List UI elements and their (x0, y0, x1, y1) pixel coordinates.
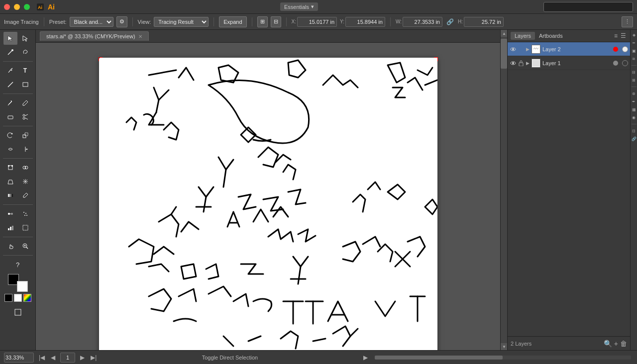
layer-item-2[interactable]: ▶ Layer 2 (508, 42, 630, 56)
gradient-panel-btn[interactable]: ▣ (631, 48, 637, 54)
links-panel-btn[interactable]: 🔗 (631, 136, 637, 142)
symbols-panel-btn[interactable]: ⊛ (631, 91, 637, 96)
align-button[interactable]: ⊟ (271, 16, 281, 27)
symbol-spray-tool[interactable] (18, 207, 32, 220)
layer-2-color (613, 47, 618, 52)
none-btn[interactable] (14, 294, 22, 302)
play-btn[interactable]: ▶ (362, 354, 369, 361)
properties-button[interactable]: ⋮ (622, 16, 633, 27)
free-transform-tool[interactable] (3, 161, 17, 174)
tab-artboards[interactable]: Artboards (535, 32, 567, 40)
gradient-tool[interactable] (3, 189, 17, 202)
x-input[interactable] (297, 17, 337, 27)
artboard-tool[interactable] (18, 221, 32, 234)
titlebar: Ai Ai Essentials ▾ (0, 0, 637, 14)
svg-line-36 (26, 247, 28, 249)
blend-tool[interactable] (3, 207, 17, 220)
graphic-styles-btn[interactable]: ◉ (631, 114, 637, 120)
panel-menu-btn[interactable]: ☰ (620, 32, 627, 39)
transform-button[interactable]: ⊞ (257, 16, 268, 27)
hand-tool[interactable] (3, 240, 17, 253)
canvas-area[interactable]: stars.ai* @ 33.33% (CMYK/Preview) ✕ (36, 30, 500, 350)
appearance-panel-btn[interactable]: ≋ (631, 56, 637, 62)
nav-first-btn[interactable]: |◀ (38, 354, 46, 361)
right-strip: ◈ ━ ▣ ≋ ⊟ ⊞ ⊛ ✒ ▦ ◉ ⊡ 🔗 (630, 30, 637, 350)
paintbrush-tool[interactable] (3, 96, 17, 109)
page-input[interactable]: 1 (60, 353, 75, 363)
scissors-tool[interactable] (18, 110, 32, 123)
preset-options-button[interactable]: ⚙ (116, 16, 127, 27)
make-sublayer-btn[interactable]: + (614, 340, 618, 348)
graph-tool[interactable] (3, 221, 17, 234)
lasso-tool[interactable] (18, 46, 32, 59)
direct-selection-tool[interactable] (18, 32, 32, 45)
nav-last-btn[interactable]: ▶| (90, 354, 98, 361)
layer-2-expand[interactable]: ▶ (525, 46, 531, 52)
align-panel-btn[interactable]: ⊟ (631, 69, 637, 75)
scroll-track[interactable] (501, 37, 507, 343)
svg-line-64 (313, 339, 325, 341)
type-tool[interactable]: T (18, 64, 32, 77)
search-layers-btn[interactable]: 🔍 (604, 340, 612, 348)
rect-tool[interactable] (18, 78, 32, 91)
artboard-panel-btn[interactable]: ⊡ (631, 128, 637, 134)
canvas-viewport[interactable] (36, 43, 500, 350)
layer-2-visibility[interactable] (510, 46, 517, 53)
eyedropper-tool[interactable] (18, 189, 32, 202)
nav-next-btn[interactable]: ▶ (79, 354, 86, 361)
scroll-down-btn[interactable]: ▼ (501, 343, 508, 350)
color-fill-btn[interactable] (4, 294, 12, 302)
pen-tool[interactable] (3, 64, 17, 77)
delete-layer-btn[interactable]: 🗑 (620, 340, 627, 348)
preset-select[interactable]: Black and... (70, 17, 113, 27)
y-input[interactable] (345, 17, 385, 27)
layer-2-circle (622, 46, 628, 52)
scale-tool[interactable] (18, 129, 32, 142)
close-button[interactable] (4, 4, 10, 10)
pencil-tool[interactable] (18, 96, 32, 109)
layer-1-name: Layer 1 (542, 60, 613, 66)
swatches-panel-btn[interactable]: ▦ (631, 106, 637, 112)
svg-point-70 (512, 62, 514, 64)
width-tool[interactable] (18, 143, 32, 156)
panel-collapse-btn[interactable]: ≡ (613, 32, 619, 39)
layer-item-1[interactable]: ▶ Layer 1 (508, 56, 630, 70)
nav-prev-btn[interactable]: ◀ (50, 354, 56, 361)
w-input[interactable] (403, 17, 442, 27)
document-tab[interactable]: stars.ai* @ 33.33% (CMYK/Preview) ✕ (40, 31, 149, 41)
shape-builder-tool[interactable] (18, 161, 32, 174)
h-input[interactable] (464, 17, 504, 27)
expand-button[interactable]: Expand (219, 16, 246, 27)
workspace-button[interactable]: Essentials ▾ (280, 2, 318, 11)
layer-1-lock[interactable] (518, 60, 525, 67)
stroke-panel-btn[interactable]: ━ (631, 40, 637, 46)
scroll-thumb[interactable] (501, 39, 507, 69)
tab-close-button[interactable]: ✕ (138, 34, 142, 39)
gradient-btn[interactable] (23, 294, 31, 302)
stroke-swatch[interactable] (17, 281, 28, 292)
transform-panel-btn[interactable]: ⊞ (631, 77, 637, 83)
link-icon[interactable]: 🔗 (445, 18, 455, 25)
selection-tool[interactable] (3, 32, 17, 45)
scroll-up-btn[interactable]: ▲ (501, 30, 508, 37)
rotate-tool[interactable] (3, 129, 17, 142)
search-input[interactable] (543, 2, 633, 12)
view-select[interactable]: Tracing Result (154, 17, 209, 27)
line-tool[interactable] (3, 78, 17, 91)
tab-layers[interactable]: Layers (511, 32, 535, 40)
screen-mode-btn[interactable] (11, 306, 25, 319)
magic-wand-tool[interactable] (3, 46, 17, 59)
color-panel-btn[interactable]: ◈ (631, 32, 637, 38)
warp-tool[interactable] (3, 143, 17, 156)
zoom-tool[interactable] (18, 240, 32, 253)
maximize-button[interactable] (24, 4, 30, 10)
mesh-tool[interactable] (18, 175, 32, 188)
help-tool[interactable]: ? (3, 258, 33, 271)
brushes-panel-btn[interactable]: ✒ (631, 98, 637, 104)
zoom-input[interactable]: 33.33% (4, 353, 34, 363)
layer-1-visibility[interactable] (510, 60, 517, 67)
layer-1-expand[interactable]: ▶ (525, 60, 531, 66)
minimize-button[interactable] (14, 4, 20, 10)
eraser-tool[interactable] (3, 110, 17, 123)
perspective-tool[interactable] (3, 175, 17, 188)
